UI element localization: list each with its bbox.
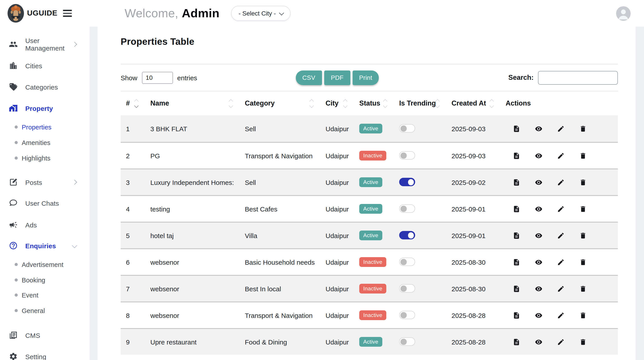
trending-toggle[interactable] [399, 311, 415, 320]
sidebar-item-ads[interactable]: Ads [0, 216, 90, 234]
sidebar-item-categories[interactable]: Categories [0, 78, 90, 96]
delete-action-button[interactable] [579, 258, 587, 266]
delete-action-button[interactable] [579, 205, 587, 213]
document-action-button[interactable] [513, 178, 520, 186]
delete-action-button[interactable] [579, 178, 587, 186]
export-print-button[interactable]: Print [352, 70, 379, 85]
search-input[interactable] [538, 71, 618, 84]
delete-action-button[interactable] [579, 285, 587, 292]
view-action-button[interactable] [535, 152, 542, 159]
column-header-created-at[interactable]: Created At [446, 99, 500, 107]
export-csv-button[interactable]: CSV [296, 70, 322, 85]
sidebar-item-label: Setting [25, 353, 46, 360]
sidebar-item-user-management[interactable]: User Management [0, 35, 90, 53]
sidebar-item-properties[interactable]: Properties [0, 120, 90, 134]
row-number: 3 [121, 178, 145, 186]
delete-action-button[interactable] [579, 312, 587, 319]
column-header-city[interactable]: City [320, 99, 354, 107]
trending-toggle[interactable] [399, 178, 415, 186]
trending-toggle[interactable] [399, 284, 415, 293]
sidebar-item-general[interactable]: General [0, 303, 90, 318]
sidebar-item-enquiries[interactable]: Enquiries [0, 237, 90, 255]
sort-icon [490, 99, 493, 107]
entries-count-input[interactable] [142, 72, 173, 84]
city-select-dropdown[interactable]: - Select City - [231, 6, 291, 21]
sidebar-item-booking[interactable]: Booking [0, 273, 90, 287]
created-date: 2025-08-30 [446, 258, 500, 266]
chevron-right-icon [72, 180, 77, 185]
view-action-button[interactable] [535, 125, 542, 132]
sidebar-item-label: Categories [25, 83, 58, 91]
status-badge: Active [359, 337, 382, 347]
column-header-status[interactable]: Status [354, 99, 394, 107]
sidebar-item-property[interactable]: Property [0, 99, 90, 117]
sidebar-item-posts[interactable]: Posts [0, 173, 90, 191]
status-badge: Active [359, 231, 382, 240]
users-icon [9, 40, 18, 49]
trending-toggle[interactable] [399, 124, 415, 133]
edit-action-button[interactable] [557, 285, 564, 292]
edit-action-button[interactable] [557, 312, 564, 319]
export-pdf-button[interactable]: PDF [324, 70, 350, 85]
scrollbar-track[interactable] [636, 26, 644, 360]
document-action-button[interactable] [513, 312, 520, 319]
sidebar-item-amenities[interactable]: Amenities [0, 135, 90, 150]
sidebar-item-event[interactable]: Event [0, 288, 90, 302]
menu-toggle-icon[interactable] [62, 9, 72, 17]
sidebar-item-setting[interactable]: Setting [0, 348, 90, 360]
document-action-button[interactable] [513, 232, 520, 239]
view-action-button[interactable] [535, 312, 542, 319]
view-action-button[interactable] [535, 285, 542, 292]
sidebar-item-highlights[interactable]: Highlights [0, 151, 90, 165]
edit-action-button[interactable] [557, 338, 564, 346]
delete-action-button[interactable] [579, 152, 587, 159]
trending-toggle[interactable] [399, 231, 415, 240]
document-action-button[interactable] [513, 125, 520, 132]
document-action-button[interactable] [513, 338, 520, 346]
trending-toggle[interactable] [399, 258, 415, 266]
document-action-button[interactable] [513, 152, 520, 159]
row-number: 6 [121, 258, 145, 266]
view-action-button[interactable] [535, 232, 542, 239]
edit-action-button[interactable] [557, 258, 564, 266]
sidebar-item-cms[interactable]: CMS [0, 326, 90, 344]
view-action-button[interactable] [535, 338, 542, 346]
view-action-button[interactable] [535, 205, 542, 213]
trending-toggle[interactable] [399, 205, 415, 213]
view-action-button[interactable] [535, 178, 542, 186]
property-category: Villa [240, 232, 320, 239]
cms-icon [9, 331, 18, 340]
column-header-name[interactable]: Name [145, 99, 240, 107]
sidebar-item-user-chats[interactable]: User Chats [0, 194, 90, 212]
edit-action-button[interactable] [557, 152, 564, 159]
divider [121, 64, 618, 64]
edit-action-button[interactable] [557, 232, 564, 239]
trash-icon [579, 338, 587, 346]
document-action-button[interactable] [513, 258, 520, 266]
document-action-button[interactable] [513, 285, 520, 292]
edit-action-button[interactable] [557, 205, 564, 213]
property-name: Luxury Independent Homes: [145, 178, 240, 186]
trending-toggle[interactable] [399, 338, 415, 346]
trending-toggle[interactable] [399, 151, 415, 160]
column-header-is-trending[interactable]: Is Trending [394, 99, 446, 107]
column-header-category[interactable]: Category [240, 99, 320, 107]
eye-icon [535, 125, 542, 132]
document-action-button[interactable] [513, 205, 520, 213]
delete-action-button[interactable] [579, 125, 587, 132]
file-icon [513, 232, 520, 239]
column-header-label: Actions [506, 99, 531, 107]
edit-action-button[interactable] [557, 125, 564, 132]
sidebar-item-advertisement[interactable]: Advertisement [0, 257, 90, 272]
user-avatar[interactable] [616, 6, 631, 21]
table-row: 7 websenor Best In local Udaipur Inactiv… [121, 275, 618, 302]
delete-action-button[interactable] [579, 232, 587, 239]
sidebar-item-cities[interactable]: Cities [0, 57, 90, 74]
column-header-number[interactable]: # [121, 99, 145, 107]
delete-action-button[interactable] [579, 338, 587, 346]
edit-action-button[interactable] [557, 178, 564, 186]
view-action-button[interactable] [535, 258, 542, 266]
property-category: Food & Dining [240, 338, 320, 346]
bullet-icon [15, 125, 18, 129]
pencil-icon [557, 152, 564, 159]
